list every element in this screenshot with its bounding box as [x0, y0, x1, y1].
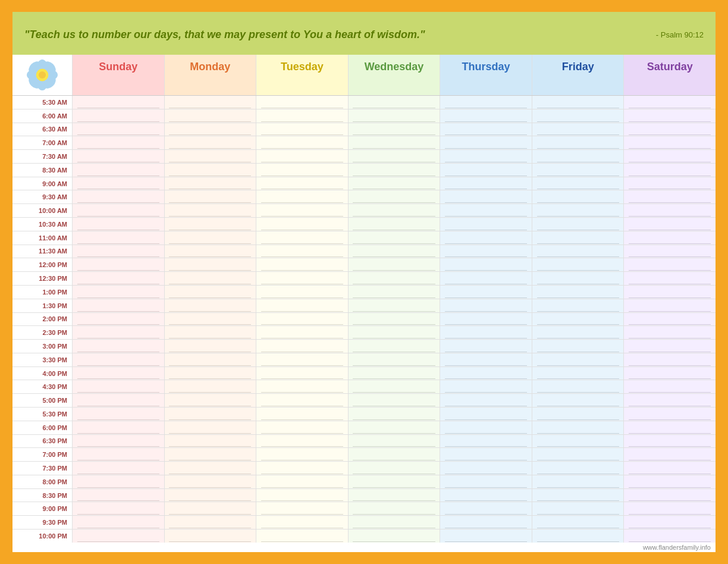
cell-monday[interactable]	[164, 286, 256, 299]
cell-thursday[interactable]	[440, 245, 532, 258]
cell-monday[interactable]	[164, 502, 256, 515]
cell-thursday[interactable]	[440, 529, 532, 543]
cell-monday[interactable]	[164, 489, 256, 502]
cell-thursday[interactable]	[440, 177, 532, 190]
cell-friday[interactable]	[532, 394, 624, 407]
cell-saturday[interactable]	[623, 96, 716, 109]
cell-wednesday[interactable]	[348, 204, 440, 217]
cell-sunday[interactable]	[72, 96, 164, 109]
cell-tuesday[interactable]	[256, 421, 348, 434]
cell-thursday[interactable]	[440, 394, 532, 407]
cell-sunday[interactable]	[72, 435, 164, 448]
cell-tuesday[interactable]	[256, 394, 348, 407]
cell-thursday[interactable]	[440, 136, 532, 149]
cell-monday[interactable]	[164, 313, 256, 326]
cell-saturday[interactable]	[623, 245, 716, 258]
cell-thursday[interactable]	[440, 150, 532, 163]
cell-wednesday[interactable]	[348, 258, 440, 271]
cell-wednesday[interactable]	[348, 462, 440, 475]
cell-wednesday[interactable]	[348, 435, 440, 448]
cell-wednesday[interactable]	[348, 313, 440, 326]
cell-wednesday[interactable]	[348, 96, 440, 109]
cell-sunday[interactable]	[72, 421, 164, 434]
cell-thursday[interactable]	[440, 502, 532, 515]
cell-tuesday[interactable]	[256, 340, 348, 353]
cell-thursday[interactable]	[440, 340, 532, 353]
cell-tuesday[interactable]	[256, 218, 348, 231]
cell-tuesday[interactable]	[256, 231, 348, 245]
cell-wednesday[interactable]	[348, 299, 440, 312]
cell-wednesday[interactable]	[348, 380, 440, 393]
cell-wednesday[interactable]	[348, 272, 440, 285]
cell-friday[interactable]	[532, 435, 624, 448]
cell-thursday[interactable]	[440, 258, 532, 271]
cell-thursday[interactable]	[440, 96, 532, 109]
cell-wednesday[interactable]	[348, 502, 440, 515]
cell-thursday[interactable]	[440, 408, 532, 421]
cell-saturday[interactable]	[623, 177, 716, 190]
cell-saturday[interactable]	[623, 421, 716, 434]
cell-friday[interactable]	[532, 109, 624, 123]
cell-monday[interactable]	[164, 136, 256, 149]
cell-thursday[interactable]	[440, 218, 532, 231]
cell-sunday[interactable]	[72, 475, 164, 488]
cell-thursday[interactable]	[440, 475, 532, 488]
cell-thursday[interactable]	[440, 123, 532, 136]
cell-sunday[interactable]	[72, 136, 164, 149]
cell-friday[interactable]	[532, 272, 624, 285]
cell-tuesday[interactable]	[256, 109, 348, 123]
cell-friday[interactable]	[532, 150, 624, 163]
cell-sunday[interactable]	[72, 529, 164, 543]
cell-tuesday[interactable]	[256, 462, 348, 475]
cell-monday[interactable]	[164, 435, 256, 448]
cell-tuesday[interactable]	[256, 150, 348, 163]
cell-thursday[interactable]	[440, 109, 532, 123]
cell-saturday[interactable]	[623, 475, 716, 488]
cell-thursday[interactable]	[440, 421, 532, 434]
cell-wednesday[interactable]	[348, 190, 440, 203]
cell-saturday[interactable]	[623, 109, 716, 123]
cell-tuesday[interactable]	[256, 489, 348, 502]
cell-monday[interactable]	[164, 408, 256, 421]
cell-wednesday[interactable]	[348, 326, 440, 339]
cell-saturday[interactable]	[623, 394, 716, 407]
cell-saturday[interactable]	[623, 529, 716, 543]
cell-friday[interactable]	[532, 258, 624, 271]
cell-saturday[interactable]	[623, 204, 716, 217]
cell-wednesday[interactable]	[348, 408, 440, 421]
cell-tuesday[interactable]	[256, 245, 348, 258]
cell-saturday[interactable]	[623, 435, 716, 448]
cell-monday[interactable]	[164, 190, 256, 203]
cell-wednesday[interactable]	[348, 150, 440, 163]
cell-wednesday[interactable]	[348, 353, 440, 366]
cell-thursday[interactable]	[440, 313, 532, 326]
cell-friday[interactable]	[532, 326, 624, 339]
cell-friday[interactable]	[532, 177, 624, 190]
cell-wednesday[interactable]	[348, 286, 440, 299]
cell-wednesday[interactable]	[348, 367, 440, 380]
cell-monday[interactable]	[164, 96, 256, 109]
cell-wednesday[interactable]	[348, 340, 440, 353]
cell-tuesday[interactable]	[256, 313, 348, 326]
cell-sunday[interactable]	[72, 394, 164, 407]
cell-friday[interactable]	[532, 299, 624, 312]
cell-sunday[interactable]	[72, 150, 164, 163]
cell-tuesday[interactable]	[256, 123, 348, 136]
cell-friday[interactable]	[532, 245, 624, 258]
cell-friday[interactable]	[532, 448, 624, 461]
cell-wednesday[interactable]	[348, 164, 440, 177]
cell-sunday[interactable]	[72, 313, 164, 326]
cell-monday[interactable]	[164, 258, 256, 271]
cell-monday[interactable]	[164, 177, 256, 190]
cell-wednesday[interactable]	[348, 394, 440, 407]
cell-monday[interactable]	[164, 204, 256, 217]
cell-friday[interactable]	[532, 516, 624, 529]
cell-tuesday[interactable]	[256, 286, 348, 299]
cell-sunday[interactable]	[72, 272, 164, 285]
cell-tuesday[interactable]	[256, 448, 348, 461]
cell-friday[interactable]	[532, 313, 624, 326]
cell-sunday[interactable]	[72, 190, 164, 203]
cell-tuesday[interactable]	[256, 204, 348, 217]
cell-tuesday[interactable]	[256, 529, 348, 543]
cell-monday[interactable]	[164, 123, 256, 136]
